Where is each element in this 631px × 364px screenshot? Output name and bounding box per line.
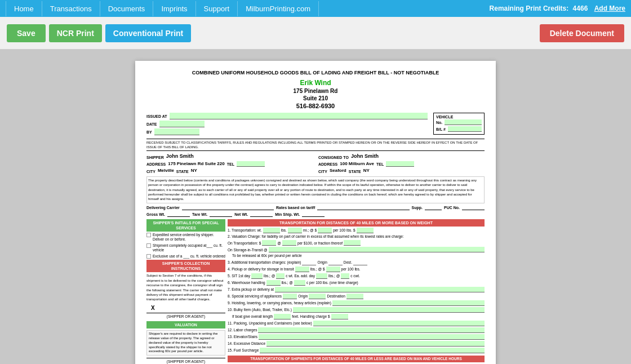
issued-at-label: ISSUED AT: [146, 114, 167, 119]
nav-links: Home Transactions Documents Imprints Sup…: [6, 1, 319, 16]
transport-field-15a[interactable]: [260, 348, 485, 353]
nav-milburn[interactable]: MilburnPrinting.com: [238, 1, 319, 16]
transport-item-11: 11. Packing, Unpacking and Containers (s…: [228, 321, 485, 326]
add-more-link[interactable]: Add More: [594, 5, 625, 12]
delete-document-button[interactable]: Delete Document: [540, 24, 624, 42]
consigned-address-label: ADDRESS: [318, 162, 337, 167]
consigned-tel-field[interactable]: [386, 161, 414, 167]
nav-home[interactable]: Home: [6, 1, 42, 16]
collection-text: Subject to Section 7 of the conditions, …: [146, 273, 225, 301]
credits-label: Remaining Print Credits:: [490, 5, 569, 12]
valuation-header: VALUATION: [146, 321, 225, 329]
consigned-name: John Smith: [351, 153, 379, 160]
transport-field-3b[interactable]: [328, 260, 343, 265]
transport-field-1a[interactable]: [263, 228, 280, 233]
transport-field-1d[interactable]: [357, 228, 374, 233]
min-ship-field[interactable]: [302, 211, 325, 217]
property-text: The property described below (contents a…: [146, 176, 485, 203]
ncr-print-button[interactable]: NCR Print: [49, 24, 102, 42]
transport-field-14a[interactable]: [266, 341, 485, 347]
supp-field[interactable]: [425, 205, 442, 210]
save-button[interactable]: Save: [7, 24, 46, 42]
transport-field-12a[interactable]: [258, 327, 485, 333]
conventional-print-button[interactable]: Conventional Print: [105, 24, 191, 42]
consigned-state: NY: [363, 168, 370, 174]
consigned-city: Seaford: [330, 168, 346, 174]
transport-item-9: 9. Hoisting, lowering, or carrying piano…: [228, 300, 485, 306]
transport-field-5c[interactable]: [316, 273, 327, 279]
transport-field-4a[interactable]: [295, 267, 309, 272]
vehicle-no-label: No.: [436, 120, 442, 125]
left-toolbar-buttons: Save NCR Print Conventional Print: [7, 24, 191, 42]
date-field[interactable]: [159, 121, 205, 127]
nav-imprints[interactable]: Imprints: [153, 1, 195, 16]
checkbox-3[interactable]: [146, 254, 151, 259]
by-field[interactable]: [154, 128, 199, 135]
transport-item-15: 15. Fuel Surcharge: [228, 348, 485, 353]
bottom-red-bar: TRANSPORTATION OF SHIPMENTS FOR DISTANCE…: [228, 356, 485, 362]
shippers-section-header: SHIPPER'S INITIALS FOR SPECIAL SERVICES: [146, 219, 225, 232]
transport-field-5a[interactable]: [251, 273, 263, 279]
vehicle-no-field[interactable]: [445, 119, 482, 125]
gross-wt-field[interactable]: [167, 211, 190, 217]
company-address: 175 Pinelawn Rd: [146, 87, 485, 95]
transport-field-11a[interactable]: [313, 321, 485, 326]
delivering-carrier-field[interactable]: [182, 205, 274, 210]
consigned-label: CONSIGNED TO: [318, 155, 349, 160]
transport-field-7a[interactable]: [275, 287, 485, 292]
tare-wt-label: Tare Wt.: [192, 212, 207, 217]
transport-item-1: 1. Transportation: wt. lbs. mi.; @ $ per…: [228, 228, 485, 233]
transport-field-10a[interactable]: [293, 307, 485, 313]
right-column: TRANSPORTATION FOR DISTANCES OF 40 MILES…: [228, 219, 485, 364]
transport-field-6a[interactable]: [266, 280, 281, 286]
transport-field-8c[interactable]: [346, 294, 363, 299]
shipper-name: John Smith: [166, 153, 194, 160]
checkbox-label-2: Shipment completely occupied at___ cu. f…: [153, 243, 225, 253]
transport-field-4b[interactable]: [326, 267, 340, 272]
transport-field-3a[interactable]: [302, 260, 316, 265]
min-ship-label: Min Ship. Wt.: [275, 212, 300, 217]
rates-field[interactable]: [317, 205, 409, 210]
checkbox-label-1: Expedited service ordered by shipper. De…: [153, 233, 225, 242]
transport-field-5d[interactable]: [341, 273, 349, 279]
net-wt-label: Net Wt.: [234, 212, 248, 217]
transport-field-13a[interactable]: [259, 334, 485, 340]
transport-field-2a[interactable]: [262, 240, 276, 246]
transport-field-2b[interactable]: [282, 240, 296, 246]
transport-field-10b[interactable]: [274, 314, 291, 319]
checkbox-1[interactable]: [146, 233, 151, 237]
consigned-state-label: STATE: [349, 169, 361, 174]
issued-at-field[interactable]: [170, 113, 428, 119]
tare-wt-field[interactable]: [210, 211, 232, 217]
nav-transactions[interactable]: Transactions: [42, 1, 100, 16]
transport-item-6: 6. Warehouse handling lbs.; @ c per 100 …: [228, 280, 485, 286]
shipper-tel-field[interactable]: [237, 161, 265, 167]
transport-item-13: 13. Elevator/Stairs: [228, 334, 485, 340]
transport-field-10c[interactable]: [331, 314, 348, 319]
transport-field-8b[interactable]: [309, 294, 326, 299]
transport-field-2c[interactable]: [344, 240, 361, 246]
transport-field-1c[interactable]: [318, 228, 332, 233]
main-content: COMBINED UNIFORM HOUSEHOLD GOODS BILL OF…: [0, 50, 631, 364]
transport-field-1b[interactable]: [288, 228, 302, 233]
transport-field-5b[interactable]: [276, 273, 285, 279]
collection-header: SHIPPER'S COLLECTION INSTRUCTIONS: [146, 260, 225, 272]
bl-label: B/L #: [436, 127, 446, 132]
transport-field-2d[interactable]: [269, 247, 485, 252]
net-wt-field[interactable]: [250, 211, 273, 217]
checkbox-2[interactable]: [146, 243, 151, 248]
transport-field-8a[interactable]: [283, 294, 297, 299]
document-title: COMBINED UNIFORM HOUSEHOLD GOODS BILL OF…: [146, 70, 485, 77]
bl-field[interactable]: [448, 126, 482, 132]
nav-support[interactable]: Support: [196, 1, 238, 16]
puc-field[interactable]: [462, 205, 485, 210]
transport-item-10b: If boat give overall length feet. Handli…: [228, 314, 485, 319]
checkbox-row-1: Expedited service ordered by shipper. De…: [146, 233, 225, 242]
transport-item-2a: On Transportation: $ @ per $100, or frac…: [228, 240, 485, 246]
transport-field-3c[interactable]: [353, 260, 367, 265]
transport-field-9a[interactable]: [332, 300, 485, 306]
transport-field-6b[interactable]: [294, 280, 305, 286]
transport-item-5: 5. SIT 1st day lbs.; @ c wt. Ea. add. da…: [228, 273, 485, 279]
consigned-address: 100 Milburn Ave: [340, 161, 374, 167]
nav-documents[interactable]: Documents: [100, 1, 154, 16]
